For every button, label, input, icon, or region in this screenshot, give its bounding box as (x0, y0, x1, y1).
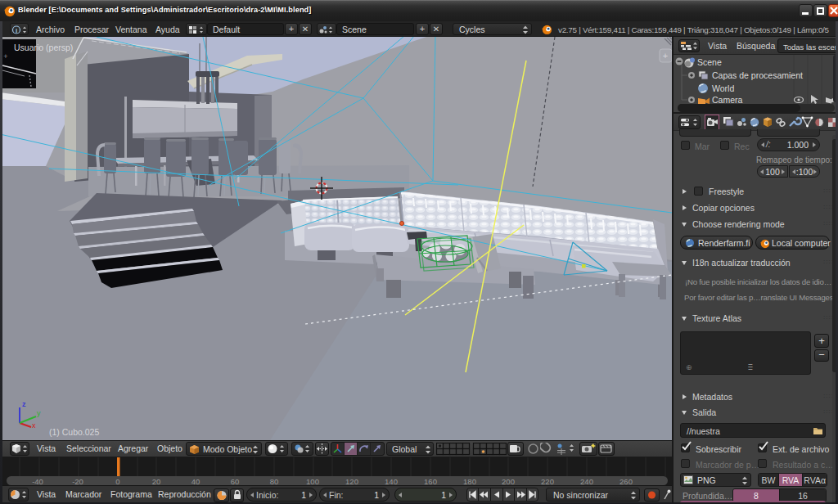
svg-text:y: y (37, 409, 41, 417)
svg-text:+: + (663, 51, 668, 61)
svg-text:(1) Cubo.025: (1) Cubo.025 (49, 427, 99, 437)
svg-text:Capas de procesamient: Capas de procesamient (712, 70, 803, 80)
svg-text:World: World (712, 83, 734, 93)
svg-text:x: x (32, 421, 36, 430)
svg-text:z: z (22, 400, 26, 408)
svg-text:i: i (16, 27, 17, 34)
svg-text:Scene: Scene (697, 57, 722, 67)
svg-text:+: + (3, 52, 7, 61)
svg-text:Usuario (persp): Usuario (persp) (14, 43, 73, 52)
